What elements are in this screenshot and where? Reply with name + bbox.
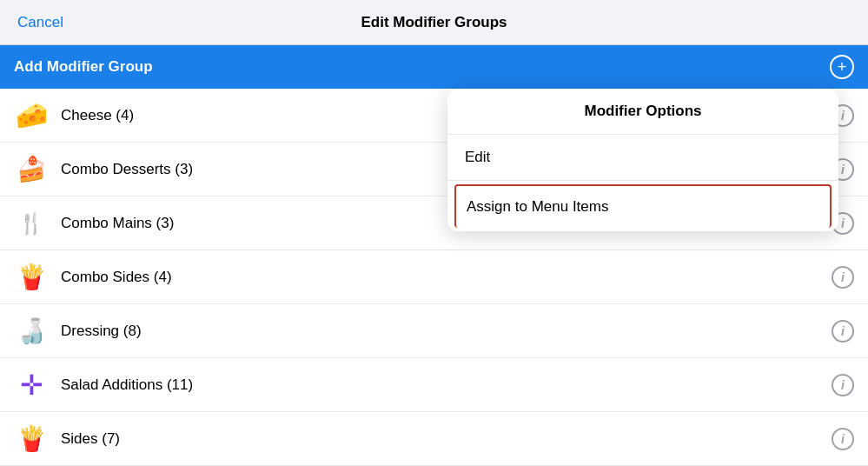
list-item[interactable]: 🍟 Sides (7) i <box>0 412 868 466</box>
add-modifier-group-button[interactable]: + <box>830 55 854 79</box>
info-button[interactable]: i <box>832 374 854 396</box>
popup-title: Modifier Options <box>584 103 701 119</box>
list-item[interactable]: ✛ Salad Additions (11) i <box>0 358 868 412</box>
cancel-button[interactable]: Cancel <box>17 14 63 31</box>
combo-desserts-icon: 🍰 <box>14 152 49 187</box>
combo-mains-icon: 🍴 <box>14 206 49 241</box>
item-label: Dressing (8) <box>61 323 832 340</box>
cheese-icon: 🧀 <box>14 98 49 133</box>
list-item[interactable]: 🍶 Dressing (8) i <box>0 304 868 358</box>
popup-assign-option[interactable]: Assign to Menu Items <box>454 184 832 228</box>
item-label: Combo Sides (4) <box>61 269 832 286</box>
item-label: Salad Additions (11) <box>61 376 832 394</box>
combo-sides-icon: 🍟 <box>14 260 49 295</box>
page-title: Edit Modifier Groups <box>361 14 507 31</box>
info-button[interactable]: i <box>832 428 854 450</box>
item-label: Sides (7) <box>61 430 832 448</box>
list-header-title: Add Modifier Group <box>14 58 153 76</box>
sides-icon: 🍟 <box>14 422 49 456</box>
modifier-options-popup: Modifier Options Edit Assign to Menu Ite… <box>447 89 838 231</box>
popup-header: Modifier Options <box>447 89 838 135</box>
info-button[interactable]: i <box>832 320 854 343</box>
salad-additions-icon: ✛ <box>14 368 49 403</box>
list-item[interactable]: 🍟 Combo Sides (4) i <box>0 250 868 304</box>
dressing-icon: 🍶 <box>14 314 49 349</box>
top-bar: Cancel Edit Modifier Groups <box>0 0 868 45</box>
list-header: Add Modifier Group + <box>0 45 868 89</box>
info-button[interactable]: i <box>832 266 854 289</box>
popup-edit-option[interactable]: Edit <box>447 135 838 181</box>
